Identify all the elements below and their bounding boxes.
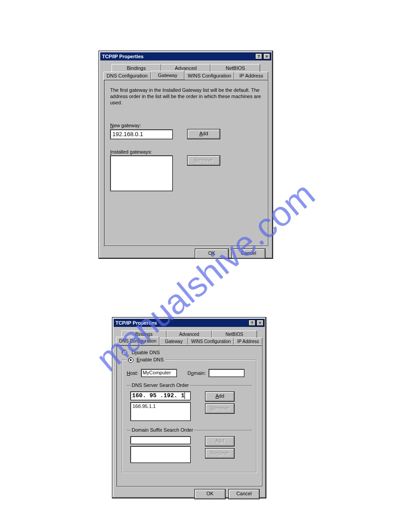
suffix-remove-button[interactable]: Remove (205, 448, 235, 459)
disable-dns-label: Disable DNS (132, 350, 160, 355)
help-icon[interactable]: ? (248, 320, 256, 326)
add-button[interactable]: Add (187, 129, 220, 139)
installed-gateways-label: Installed gateways: (110, 149, 261, 154)
domain-suffix-order-label: Domain Suffix Search Order (130, 427, 194, 433)
ok-button[interactable]: OK (195, 249, 229, 259)
dns-search-order-label: DNS Server Search Order (130, 382, 190, 388)
cancel-button[interactable]: Cancel (228, 489, 260, 499)
suffix-add-button[interactable]: Add (205, 436, 235, 446)
new-gateway-label: New gateway: (110, 123, 261, 128)
tab-wins-configuration[interactable]: WINS Configuration (188, 338, 234, 345)
close-icon[interactable]: × (257, 320, 264, 326)
suffix-input[interactable] (130, 436, 191, 444)
tab-wins-configuration[interactable]: WINS Configuration (184, 72, 234, 80)
tcpip-properties-gateway-dialog: TCP/IP Properties ? × Bindings Advanced … (98, 51, 273, 259)
host-input[interactable]: MyComputer (141, 369, 177, 377)
tab-dns-configuration[interactable]: DNS Configuration (103, 72, 151, 80)
tab-netbios[interactable]: NetBIOS (212, 330, 257, 338)
tab-ip-address[interactable]: IP Address (234, 338, 262, 345)
domain-label: Domain: (188, 370, 206, 376)
suffix-list[interactable] (130, 446, 191, 463)
tab-ip-address[interactable]: IP Address (234, 72, 268, 80)
dns-remove-button[interactable]: Remove (205, 403, 235, 414)
tab-advanced[interactable]: Advanced (167, 330, 212, 338)
dns-add-button[interactable]: Add (205, 391, 235, 402)
remove-button[interactable]: Remove (187, 155, 220, 166)
ok-button[interactable]: OK (194, 489, 226, 499)
titlebar-title: TCP/IP Properties (102, 54, 254, 59)
titlebar-title: TCP/IP Properties (116, 320, 248, 326)
dns-server-list[interactable]: 168.95.1.1 (130, 402, 191, 421)
gateway-description: The first gateway in the Installed Gatew… (110, 87, 261, 106)
help-icon[interactable]: ? (255, 53, 262, 60)
titlebar: TCP/IP Properties ? × (100, 52, 271, 60)
domain-input[interactable] (209, 369, 244, 377)
disable-dns-radio[interactable] (122, 350, 127, 355)
new-gateway-input[interactable]: 192.168.0.1 (110, 129, 173, 139)
installed-gateways-list[interactable] (110, 155, 173, 191)
tab-gateway[interactable]: Gateway (151, 71, 185, 80)
host-label: Host: (127, 370, 138, 376)
enable-dns-radio[interactable] (128, 357, 133, 363)
close-icon[interactable]: × (263, 53, 270, 60)
dns-server-input[interactable]: 160. 95 .192. 1 (130, 391, 191, 400)
tcpip-properties-dns-dialog: TCP/IP Properties ? × Bindings Advanced … (112, 317, 266, 498)
tab-netbios[interactable]: NetBIOS (210, 64, 260, 72)
titlebar: TCP/IP Properties ? × (114, 319, 265, 327)
tab-gateway[interactable]: Gateway (159, 338, 188, 345)
enable-dns-legend: Enable DNS (127, 357, 165, 363)
tab-dns-configuration[interactable]: DNS Configuration (116, 337, 159, 345)
cancel-button[interactable]: Cancel (231, 249, 265, 259)
